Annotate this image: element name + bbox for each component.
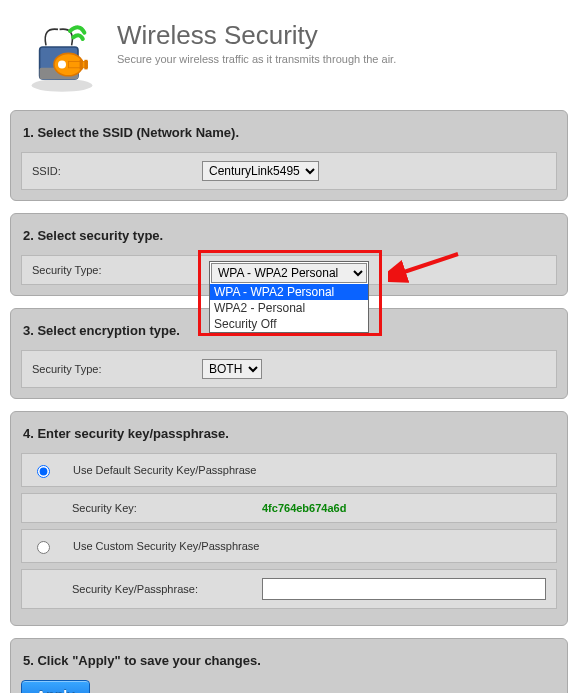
svg-point-4 [58, 61, 66, 69]
option-wpa-wpa2-personal[interactable]: WPA - WPA2 Personal [210, 284, 368, 300]
page-subtitle: Secure your wireless traffic as it trans… [117, 53, 396, 65]
panel-apply: 5. Click "Apply" to save your changes. A… [10, 638, 568, 693]
ssid-label: SSID: [32, 165, 202, 177]
default-key-row: Use Default Security Key/Passphrase [21, 453, 557, 487]
custom-key-row: Use Custom Security Key/Passphrase [21, 529, 557, 563]
panel1-title: 1. Select the SSID (Network Name). [23, 125, 555, 140]
passphrase-input[interactable] [262, 578, 546, 600]
option-wpa2-personal[interactable]: WPA2 - Personal [210, 300, 368, 316]
custom-key-radio[interactable] [37, 541, 50, 554]
security-key-label: Security Key: [72, 502, 262, 514]
svg-point-0 [32, 79, 93, 92]
security-type-dropdown: WPA - WPA2 Personal WPA - WPA2 Personal … [209, 261, 369, 333]
security-type-label: Security Type: [32, 264, 202, 276]
passphrase-label: Security Key/Passphrase: [72, 583, 262, 595]
security-type-options: WPA - WPA2 Personal WPA2 - Personal Secu… [210, 284, 368, 332]
svg-rect-6 [80, 60, 83, 70]
page-header: Wireless Security Secure your wireless t… [10, 10, 568, 110]
default-key-label: Use Default Security Key/Passphrase [73, 464, 256, 476]
panel-select-ssid: 1. Select the SSID (Network Name). SSID:… [10, 110, 568, 201]
encryption-type-label: Security Type: [32, 363, 202, 375]
security-key-value: 4fc764eb674a6d [262, 502, 346, 514]
ssid-select[interactable]: CenturyLink5495 [202, 161, 319, 181]
ssid-row: SSID: CenturyLink5495 [21, 152, 557, 190]
security-type-select[interactable]: WPA - WPA2 Personal [211, 263, 367, 283]
panel4-title: 4. Enter security key/passphrase. [23, 426, 555, 441]
page-title: Wireless Security [117, 20, 396, 51]
apply-button[interactable]: Apply [21, 680, 90, 693]
wireless-security-icon [22, 15, 102, 95]
option-security-off[interactable]: Security Off [210, 316, 368, 332]
panel2-title: 2. Select security type. [23, 228, 555, 243]
passphrase-row: Security Key/Passphrase: [21, 569, 557, 609]
panel-security-key: 4. Enter security key/passphrase. Use De… [10, 411, 568, 626]
encryption-select[interactable]: BOTH [202, 359, 262, 379]
custom-key-label: Use Custom Security Key/Passphrase [73, 540, 259, 552]
default-key-radio[interactable] [37, 465, 50, 478]
security-key-row: Security Key: 4fc764eb674a6d [21, 493, 557, 523]
encryption-type-row: Security Type: BOTH [21, 350, 557, 388]
panel5-title: 5. Click "Apply" to save your changes. [23, 653, 555, 668]
svg-rect-7 [84, 60, 87, 70]
